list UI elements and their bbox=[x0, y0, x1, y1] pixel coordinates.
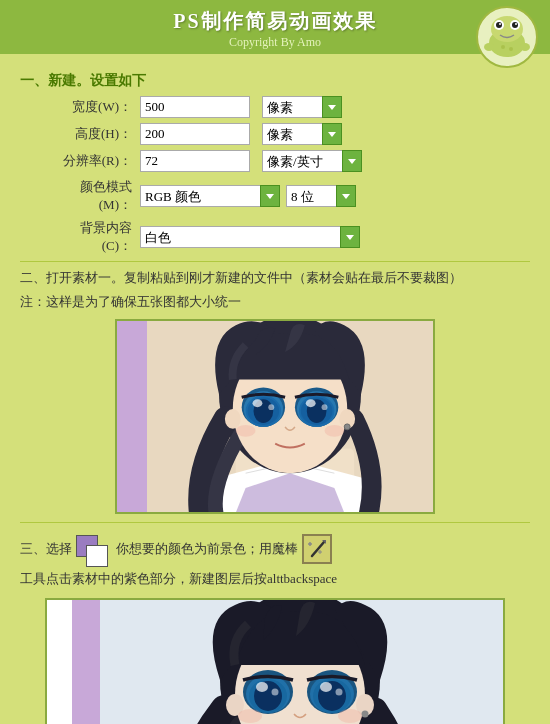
color-mode-selects: RGB 颜色 CMYK 颜色 灰度 8 位 16 位 bbox=[140, 185, 356, 207]
svg-point-7 bbox=[499, 23, 501, 25]
resolution-unit-select[interactable]: 像素/英寸 像素/厘米 bbox=[262, 150, 362, 172]
svg-point-25 bbox=[253, 399, 263, 407]
purple-strip-1 bbox=[117, 321, 147, 512]
svg-point-62 bbox=[238, 709, 262, 723]
magic-wand-tool-icon[interactable] bbox=[302, 534, 332, 564]
height-label: 高度(H)： bbox=[50, 125, 140, 143]
svg-point-26 bbox=[268, 404, 274, 410]
color-bits-select[interactable]: 8 位 16 位 bbox=[286, 185, 356, 207]
section1-title: 一、新建。设置如下 bbox=[20, 72, 530, 90]
color-mode-label: 颜色模式(M)： bbox=[50, 178, 140, 214]
section2-title: 二、打开素材一。复制粘贴到刚才新建的文件中（素材会贴在最后不要裁图） bbox=[20, 268, 530, 289]
app-container: PS制作简易动画效果 Copyright By Amo bbox=[0, 0, 550, 724]
resolution-unit-container: 像素/英寸 像素/厘米 bbox=[256, 150, 362, 172]
magic-wand-svg bbox=[304, 536, 330, 562]
mascot-logo bbox=[475, 5, 540, 70]
anime-face-1 bbox=[147, 321, 433, 512]
purple-strip-2 bbox=[72, 600, 100, 724]
height-unit-select[interactable]: 像素 厘米 毫米 bbox=[262, 123, 342, 145]
width-input[interactable] bbox=[140, 96, 250, 118]
section2-note: 注：这样是为了确保五张图都大小统一 bbox=[20, 293, 530, 311]
section3-end-text: 工具点击素材中的紫色部分，新建图层后按alttbackspace bbox=[20, 567, 337, 590]
bg-content-row: 背景内容(C)： 白色 背景色 透明 bbox=[50, 219, 530, 255]
section3-row: 三、选择 你想要的颜色为前景色；用魔棒 bbox=[20, 531, 530, 590]
header-title: PS制作简易动画效果 bbox=[0, 8, 550, 35]
svg-point-12 bbox=[520, 43, 530, 51]
height-unit-container: 像素 厘米 毫米 bbox=[256, 123, 342, 145]
divider-1 bbox=[20, 261, 530, 262]
frog-icon bbox=[475, 5, 540, 70]
svg-point-55 bbox=[272, 689, 279, 696]
color-mode-select[interactable]: RGB 颜色 CMYK 颜色 灰度 bbox=[140, 185, 280, 207]
width-row: 宽度(W)： 像素 厘米 毫米 bbox=[50, 96, 530, 118]
svg-point-34 bbox=[236, 425, 256, 437]
image2-area bbox=[20, 598, 530, 724]
resolution-input[interactable] bbox=[140, 150, 250, 172]
anime-face-2 bbox=[100, 600, 503, 724]
anime-image-1 bbox=[115, 319, 435, 514]
resolution-row: 分辨率(R)： 像素/英寸 像素/厘米 bbox=[50, 150, 530, 172]
width-unit-select[interactable]: 像素 厘米 毫米 bbox=[262, 96, 342, 118]
header: PS制作简易动画效果 Copyright By Amo bbox=[0, 0, 550, 54]
svg-point-49 bbox=[362, 711, 369, 718]
svg-point-61 bbox=[336, 689, 343, 696]
anime-character-2-svg bbox=[100, 600, 503, 724]
svg-point-10 bbox=[509, 47, 513, 51]
svg-point-33 bbox=[322, 404, 328, 410]
anime-character-1-svg bbox=[147, 321, 433, 512]
svg-point-9 bbox=[501, 45, 505, 49]
height-row: 高度(H)： 像素 厘米 毫米 bbox=[50, 123, 530, 145]
svg-point-6 bbox=[512, 22, 518, 28]
svg-point-32 bbox=[306, 399, 316, 407]
background-color-box bbox=[86, 545, 108, 567]
svg-point-19 bbox=[344, 424, 350, 430]
image1-area bbox=[20, 319, 530, 514]
divider-2 bbox=[20, 522, 530, 523]
svg-point-60 bbox=[320, 682, 332, 692]
width-label: 宽度(W)： bbox=[50, 98, 140, 116]
form-table: 宽度(W)： 像素 厘米 毫米 高度(H)： bbox=[50, 96, 530, 172]
svg-point-17 bbox=[225, 409, 241, 429]
white-strip bbox=[47, 600, 72, 724]
anime-image-2 bbox=[45, 598, 505, 724]
width-unit-container: 像素 厘米 毫米 bbox=[256, 96, 342, 118]
svg-point-8 bbox=[515, 23, 517, 25]
svg-point-11 bbox=[484, 43, 494, 51]
svg-point-5 bbox=[496, 22, 502, 28]
svg-point-63 bbox=[338, 709, 362, 723]
resolution-label: 分辨率(R)： bbox=[50, 152, 140, 170]
bg-content-label: 背景内容(C)： bbox=[50, 219, 140, 255]
svg-point-54 bbox=[256, 682, 268, 692]
bg-content-select[interactable]: 白色 背景色 透明 bbox=[140, 226, 360, 248]
main-content: 一、新建。设置如下 宽度(W)： 像素 厘米 毫米 bbox=[0, 54, 550, 724]
header-subtitle: Copyright By Amo bbox=[0, 35, 550, 50]
height-input[interactable] bbox=[140, 123, 250, 145]
svg-point-35 bbox=[325, 425, 345, 437]
color-mode-row: 颜色模式(M)： RGB 颜色 CMYK 颜色 灰度 8 位 16 位 bbox=[50, 178, 530, 214]
section3-middle-text: 你想要的颜色为前景色；用魔棒 bbox=[116, 537, 298, 560]
section3-intro: 三、选择 bbox=[20, 537, 72, 560]
color-boxes[interactable] bbox=[76, 531, 112, 567]
